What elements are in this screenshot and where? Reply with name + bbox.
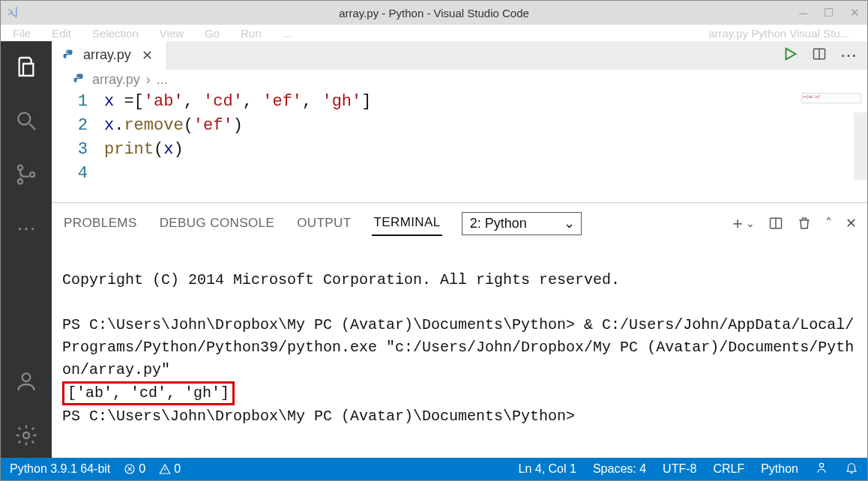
feedback-icon[interactable] bbox=[815, 461, 828, 477]
split-editor-icon[interactable] bbox=[812, 46, 827, 64]
maximize-icon[interactable]: ☐ bbox=[824, 6, 834, 19]
menu-more[interactable]: ... bbox=[283, 27, 292, 40]
trash-icon[interactable] bbox=[797, 216, 812, 231]
terminal-line: Copyright (C) 2014 Microsoft Corporation… bbox=[62, 271, 620, 288]
bottom-panel: PROBLEMS DEBUG CONSOLE OUTPUT TERMINAL 2… bbox=[52, 202, 867, 458]
menu-run[interactable]: Run bbox=[241, 27, 262, 40]
terminal-line: PS C:\Users\John\Dropbox\My PC (Avatar)\… bbox=[62, 316, 854, 378]
close-panel-icon[interactable]: ✕ bbox=[846, 215, 857, 232]
svg-point-2 bbox=[18, 179, 22, 184]
titlebar: array.py - Python - Visual Studio Code ─… bbox=[1, 1, 867, 25]
explorer-icon[interactable] bbox=[14, 55, 38, 79]
maximize-panel-icon[interactable]: ˄ bbox=[825, 215, 832, 232]
notifications-bell-icon[interactable] bbox=[845, 461, 858, 477]
terminal-output[interactable]: Copyright (C) 2014 Microsoft Corporation… bbox=[52, 243, 867, 458]
code-line: 4 bbox=[67, 162, 867, 186]
terminal-selector[interactable]: 2: Python bbox=[462, 212, 582, 235]
code-editor[interactable]: x=['ab','cd' 1 x =['ab', 'cd', 'ef', 'gh… bbox=[52, 90, 867, 202]
close-window-icon[interactable]: ✕ bbox=[850, 6, 860, 19]
status-language[interactable]: Python bbox=[761, 462, 798, 476]
panel-tab-terminal[interactable]: TERMINAL bbox=[372, 211, 441, 236]
line-number: 3 bbox=[67, 138, 104, 162]
terminal-output-highlight: ['ab', 'cd', 'gh'] bbox=[62, 381, 235, 405]
python-file-icon bbox=[73, 73, 86, 86]
status-encoding[interactable]: UTF-8 bbox=[663, 462, 696, 476]
svg-point-1 bbox=[18, 166, 22, 170]
status-warnings[interactable]: 0 bbox=[159, 462, 181, 476]
editor-tab-row: array.py ✕ ⋯ bbox=[52, 41, 867, 70]
settings-gear-icon[interactable] bbox=[14, 423, 38, 447]
tab-label: array.py bbox=[83, 47, 131, 63]
panel-tab-debug[interactable]: DEBUG CONSOLE bbox=[158, 211, 277, 235]
source-control-icon[interactable] bbox=[14, 163, 38, 187]
minimize-icon[interactable]: ─ bbox=[799, 7, 807, 19]
more-icon[interactable]: ⋯ bbox=[14, 217, 38, 240]
accounts-icon[interactable] bbox=[14, 369, 38, 393]
menu-selection[interactable]: Selection bbox=[92, 27, 139, 40]
status-spaces[interactable]: Spaces: 4 bbox=[593, 462, 646, 476]
status-lncol[interactable]: Ln 4, Col 1 bbox=[519, 462, 576, 476]
breadcrumb-file: array.py bbox=[92, 72, 140, 88]
svg-point-3 bbox=[30, 172, 34, 177]
window-title: array.py - Python - Visual Studio Code bbox=[339, 7, 529, 19]
menu-file[interactable]: File bbox=[13, 27, 31, 40]
status-eol[interactable]: CRLF bbox=[713, 462, 744, 476]
panel-tab-problems[interactable]: PROBLEMS bbox=[62, 211, 139, 235]
breadcrumb-sep: › bbox=[146, 72, 151, 88]
scrollbar-thumb[interactable] bbox=[854, 112, 867, 180]
terminal-line: PS C:\Users\John\Dropbox\My PC (Avatar)\… bbox=[62, 408, 575, 425]
status-bar: Python 3.9.1 64-bit 0 0 Ln 4, Col 1 Spac… bbox=[1, 458, 867, 480]
menubar: File Edit Selection View Go Run ... arra… bbox=[1, 25, 867, 41]
code-line: 1 x =['ab', 'cd', 'ef', 'gh'] bbox=[67, 90, 867, 114]
menu-view[interactable]: View bbox=[160, 27, 184, 40]
panel-tab-output[interactable]: OUTPUT bbox=[295, 211, 352, 235]
code-line: 3 print(x) bbox=[67, 138, 867, 162]
svg-point-5 bbox=[23, 432, 29, 438]
line-number: 4 bbox=[67, 162, 104, 186]
status-errors[interactable]: 0 bbox=[124, 462, 145, 476]
menu-edit[interactable]: Edit bbox=[52, 27, 71, 40]
tab-array-py[interactable]: array.py ✕ bbox=[52, 41, 167, 70]
search-icon[interactable] bbox=[14, 109, 38, 133]
minimap[interactable]: x=['ab','cd' bbox=[801, 93, 861, 103]
editor-more-icon[interactable]: ⋯ bbox=[840, 46, 857, 65]
run-file-icon[interactable] bbox=[782, 46, 798, 65]
new-terminal-icon[interactable]: ＋⌄ bbox=[729, 212, 755, 235]
code-line: 2 x.remove('ef') bbox=[67, 114, 867, 138]
tab-close-icon[interactable]: ✕ bbox=[139, 47, 156, 64]
svg-point-10 bbox=[819, 463, 823, 467]
vscode-logo-icon bbox=[7, 5, 20, 21]
activity-bar: ⋯ bbox=[1, 41, 52, 458]
svg-point-6 bbox=[67, 51, 68, 52]
svg-point-0 bbox=[18, 112, 30, 124]
breadcrumb-rest: ... bbox=[157, 72, 168, 88]
menu-go[interactable]: Go bbox=[205, 27, 220, 40]
python-file-icon bbox=[62, 49, 76, 62]
status-python-version[interactable]: Python 3.9.1 64-bit bbox=[10, 462, 110, 476]
menubar-overflow: array.py Python Visual Stu... bbox=[708, 27, 849, 40]
split-terminal-icon[interactable] bbox=[768, 216, 783, 231]
svg-point-4 bbox=[22, 373, 31, 381]
breadcrumb[interactable]: array.py › ... bbox=[52, 70, 867, 90]
line-number: 1 bbox=[67, 90, 104, 114]
line-number: 2 bbox=[67, 114, 104, 138]
